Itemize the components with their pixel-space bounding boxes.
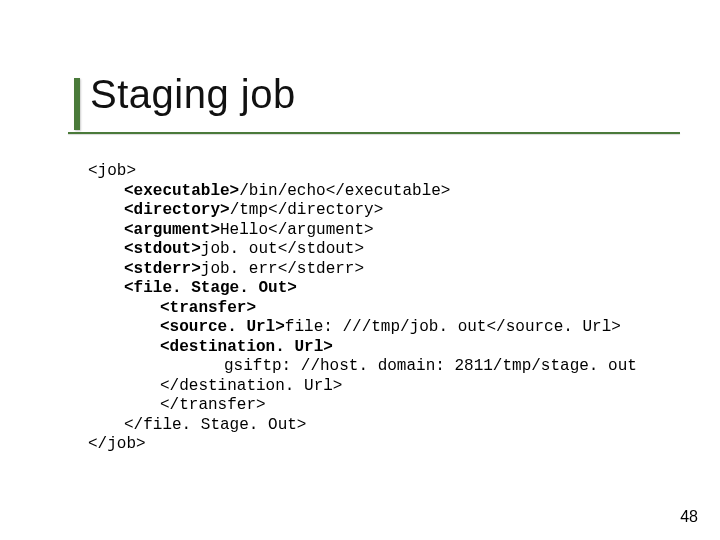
code-segment: </stdout>: [278, 240, 364, 258]
code-segment: <executable>: [124, 182, 239, 200]
code-line: </job>: [88, 435, 660, 455]
code-segment: </directory>: [268, 201, 383, 219]
code-segment: <source. Url>: [160, 318, 285, 336]
code-segment: <file. Stage. Out>: [124, 279, 297, 297]
code-line: </file. Stage. Out>: [88, 416, 660, 436]
code-segment: </executable>: [326, 182, 451, 200]
code-line: <stdout>job. out</stdout>: [88, 240, 660, 260]
page-number: 48: [680, 508, 698, 526]
code-line: <job>: [88, 162, 660, 182]
code-line: <file. Stage. Out>: [88, 279, 660, 299]
title-accent-bar: [74, 78, 80, 130]
code-segment: file: ///tmp/job. out: [285, 318, 487, 336]
title-area: Staging job: [88, 72, 660, 117]
code-segment: </file. Stage. Out>: [124, 416, 306, 434]
code-segment: <directory>: [124, 201, 230, 219]
code-line: <executable>/bin/echo</executable>: [88, 182, 660, 202]
title-underline: [68, 132, 680, 134]
page-title: Staging job: [88, 72, 660, 117]
code-segment: </stderr>: [278, 260, 364, 278]
code-segment: </destination. Url>: [160, 377, 342, 395]
code-segment: <stderr>: [124, 260, 201, 278]
code-line: <transfer>: [88, 299, 660, 319]
code-segment: <argument>: [124, 221, 220, 239]
code-segment: <stdout>: [124, 240, 201, 258]
code-line: <destination. Url>: [88, 338, 660, 358]
code-block: <job><executable>/bin/echo</executable><…: [88, 162, 660, 455]
code-segment: </source. Url>: [486, 318, 620, 336]
code-segment: </job>: [88, 435, 146, 453]
code-line: <directory>/tmp</directory>: [88, 201, 660, 221]
code-segment: <destination. Url>: [160, 338, 333, 356]
code-segment: job. err: [201, 260, 278, 278]
code-segment: gsiftp: //host. domain: 2811/tmp/stage. …: [224, 357, 637, 375]
code-segment: <transfer>: [160, 299, 256, 317]
code-segment: job. out: [201, 240, 278, 258]
code-segment: </transfer>: [160, 396, 266, 414]
code-segment: </argument>: [268, 221, 374, 239]
code-segment: /bin/echo: [239, 182, 325, 200]
code-line: <source. Url>file: ///tmp/job. out</sour…: [88, 318, 660, 338]
code-line: gsiftp: //host. domain: 2811/tmp/stage. …: [88, 357, 660, 377]
code-segment: <job>: [88, 162, 136, 180]
code-line: </destination. Url>: [88, 377, 660, 397]
slide: Staging job <job><executable>/bin/echo</…: [0, 0, 720, 540]
code-line: <stderr>job. err</stderr>: [88, 260, 660, 280]
code-segment: Hello: [220, 221, 268, 239]
code-line: </transfer>: [88, 396, 660, 416]
code-segment: /tmp: [230, 201, 268, 219]
code-line: <argument>Hello</argument>: [88, 221, 660, 241]
